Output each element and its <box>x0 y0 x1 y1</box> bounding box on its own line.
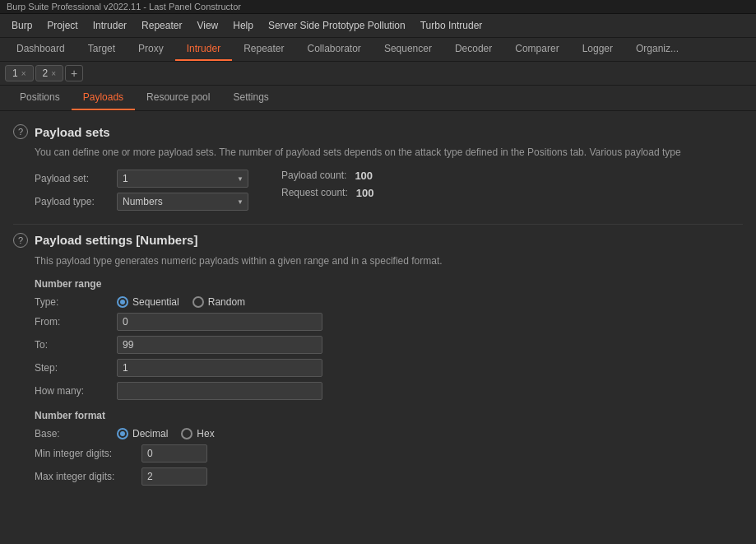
radio-sequential-label: Sequential <box>132 296 179 308</box>
number-range-label: Number range <box>35 278 743 290</box>
tab-sequencer[interactable]: Sequencer <box>373 38 443 61</box>
title-text: Burp Suite Professional v2022.11 - Last … <box>7 2 241 12</box>
tab-organizer[interactable]: Organiz... <box>624 38 690 61</box>
radio-random-circle[interactable] <box>192 296 204 308</box>
menu-bar: Burp Project Intruder Repeater View Help… <box>0 14 756 38</box>
radio-hex-circle[interactable] <box>181 428 192 439</box>
payload-sets-desc: You can define one or more payload sets.… <box>35 146 743 160</box>
step-input[interactable] <box>117 359 322 377</box>
subtab-1-label: 1 <box>12 67 18 79</box>
divider-1 <box>13 224 743 225</box>
tab-comparer[interactable]: Comparer <box>503 38 570 61</box>
tab-proxy[interactable]: Proxy <box>127 38 175 61</box>
step-label: Step: <box>35 362 109 374</box>
subtab-1[interactable]: 1 × <box>5 65 34 81</box>
radio-random[interactable]: Random <box>192 296 245 308</box>
subtab-2-close[interactable]: × <box>51 69 56 78</box>
main-content: ? Payload sets You can define one or mor… <box>0 111 756 500</box>
max-int-input[interactable] <box>141 467 207 486</box>
payload-type-select[interactable]: Numbers Simple list Runtime file Custom … <box>117 193 248 211</box>
payload-set-select[interactable]: 1 2 3 <box>117 170 248 188</box>
menu-burp[interactable]: Burp <box>5 17 39 34</box>
radio-sequential-circle[interactable] <box>117 296 128 308</box>
base-row: Base: Decimal Hex <box>35 428 743 439</box>
tab-dashboard[interactable]: Dashboard <box>5 38 77 61</box>
tab-decoder[interactable]: Decoder <box>443 38 503 61</box>
add-tab-button[interactable]: + <box>65 65 83 81</box>
base-label: Base: <box>35 428 109 439</box>
to-input[interactable] <box>117 336 322 354</box>
payload-type-select-wrapper: Numbers Simple list Runtime file Custom … <box>117 193 248 211</box>
request-count-label: Request count: <box>281 187 348 198</box>
payload-sets-help-icon[interactable]: ? <box>13 124 28 139</box>
type-radio-group: Sequential Random <box>117 296 245 308</box>
type-row: Type: Sequential Random <box>35 296 743 308</box>
radio-decimal-circle[interactable] <box>117 428 128 439</box>
how-many-label: How many: <box>35 385 109 397</box>
payload-count-value: 100 <box>355 170 373 182</box>
menu-intruder[interactable]: Intruder <box>86 17 133 34</box>
menu-repeater[interactable]: Repeater <box>135 17 188 34</box>
main-tab-bar: Dashboard Target Proxy Intruder Repeater… <box>0 38 756 62</box>
min-int-label: Min integer digits: <box>35 448 133 459</box>
from-input[interactable] <box>117 313 322 331</box>
payload-sets-header: ? Payload sets <box>13 124 743 139</box>
radio-hex-label: Hex <box>197 428 214 439</box>
menu-sspp[interactable]: Server Side Prototype Pollution <box>262 17 412 34</box>
tab-collaborator[interactable]: Collaborator <box>296 38 373 61</box>
max-int-row: Max integer digits: <box>35 467 743 486</box>
request-count-value: 100 <box>356 187 374 199</box>
payload-count-row: Payload count: 100 <box>281 170 373 182</box>
base-radio-group: Decimal Hex <box>117 428 215 439</box>
tab-target[interactable]: Target <box>77 38 127 61</box>
payload-settings-help-icon[interactable]: ? <box>13 233 28 248</box>
tab-intruder[interactable]: Intruder <box>175 38 232 61</box>
section-tab-resource-pool[interactable]: Resource pool <box>135 86 221 110</box>
payload-type-label: Payload type: <box>35 196 109 207</box>
tab-repeater[interactable]: Repeater <box>232 38 295 61</box>
payload-sets-title: Payload sets <box>35 125 110 139</box>
min-int-row: Min integer digits: <box>35 444 743 463</box>
section-tab-settings[interactable]: Settings <box>221 86 280 110</box>
payload-set-row: Payload set: 1 2 3 <box>35 170 248 188</box>
radio-decimal[interactable]: Decimal <box>117 428 168 439</box>
section-tab-positions[interactable]: Positions <box>8 86 72 110</box>
radio-random-label: Random <box>208 296 245 308</box>
subtab-1-close[interactable]: × <box>21 69 26 78</box>
payload-settings-title: Payload settings [Numbers] <box>35 233 197 247</box>
payload-type-row: Payload type: Numbers Simple list Runtim… <box>35 193 248 211</box>
payload-settings-desc: This payload type generates numeric payl… <box>35 254 743 268</box>
radio-sequential[interactable]: Sequential <box>117 296 179 308</box>
type-field-label: Type: <box>35 296 109 308</box>
request-count-row: Request count: 100 <box>281 187 373 199</box>
menu-project[interactable]: Project <box>40 17 84 34</box>
section-tab-payloads[interactable]: Payloads <box>72 86 135 110</box>
subtab-2-label: 2 <box>43 67 49 79</box>
max-int-label: Max integer digits: <box>35 471 133 482</box>
from-label: From: <box>35 316 109 328</box>
how-many-row: How many: <box>35 382 743 400</box>
radio-hex[interactable]: Hex <box>181 428 214 439</box>
from-row: From: <box>35 313 743 331</box>
payload-set-select-wrapper: 1 2 3 <box>117 170 248 188</box>
menu-view[interactable]: View <box>190 17 225 34</box>
radio-decimal-label: Decimal <box>132 428 168 439</box>
to-label: To: <box>35 339 109 351</box>
tab-logger[interactable]: Logger <box>571 38 624 61</box>
menu-help[interactable]: Help <box>226 17 260 34</box>
section-tabs: Positions Payloads Resource pool Setting… <box>0 86 756 111</box>
step-row: Step: <box>35 359 743 377</box>
number-format-label: Number format <box>35 410 743 421</box>
to-row: To: <box>35 336 743 354</box>
menu-turbo-intruder[interactable]: Turbo Intruder <box>414 17 489 34</box>
payload-settings-header: ? Payload settings [Numbers] <box>13 233 743 248</box>
subtab-bar: 1 × 2 × + <box>0 62 756 86</box>
payload-count-label: Payload count: <box>281 170 346 181</box>
payload-set-label: Payload set: <box>35 173 109 184</box>
subtab-2[interactable]: 2 × <box>35 65 64 81</box>
title-bar: Burp Suite Professional v2022.11 - Last … <box>0 0 756 14</box>
how-many-input[interactable] <box>117 382 322 400</box>
min-int-input[interactable] <box>141 444 207 463</box>
